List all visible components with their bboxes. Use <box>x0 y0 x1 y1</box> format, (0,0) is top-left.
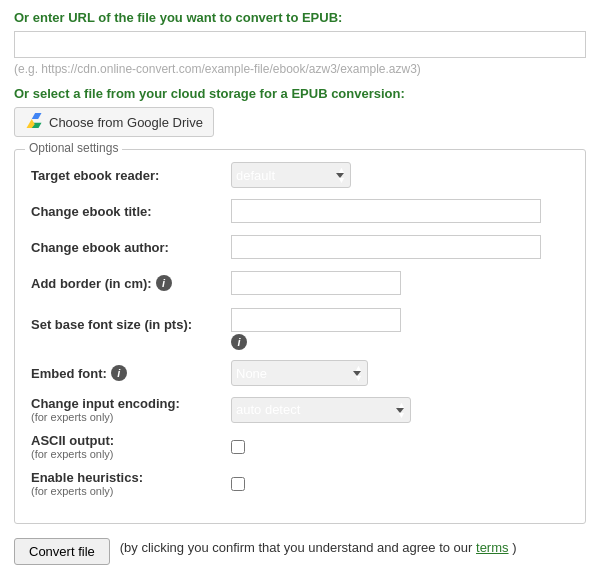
add-border-info-icon[interactable]: i <box>156 275 172 291</box>
heuristics-checkbox[interactable] <box>231 477 245 491</box>
optional-settings-panel: Optional settings Target ebook reader: d… <box>14 149 586 524</box>
change-author-row: Change ebook author: <box>31 234 569 260</box>
add-border-row: Add border (in cm): i <box>31 270 569 296</box>
footer-close: ) <box>512 540 516 555</box>
footer-text-content: (by clicking you confirm that you unders… <box>120 540 473 555</box>
embed-font-select-wrapper: None Arial Times New Roman ▲ ▼ <box>231 360 368 386</box>
embed-font-info-icon[interactable]: i <box>111 365 127 381</box>
ascii-row: ASCII output: (for experts only) <box>31 433 569 460</box>
change-title-input[interactable] <box>231 199 541 223</box>
add-border-input[interactable] <box>231 271 401 295</box>
ascii-checkbox[interactable] <box>231 440 245 454</box>
url-section-label: Or enter URL of the file you want to con… <box>14 10 586 25</box>
target-reader-label: Target ebook reader: <box>31 168 159 183</box>
encoding-row: Change input encoding: (for experts only… <box>31 396 569 423</box>
change-title-label: Change ebook title: <box>31 204 152 219</box>
base-font-input[interactable] <box>231 308 401 332</box>
cloud-section-label: Or select a file from your cloud storage… <box>14 86 586 101</box>
base-font-info-icon[interactable]: i <box>231 334 247 350</box>
target-reader-select-wrapper: default Kindle Nook Sony Reader iPad ▲ ▼ <box>231 162 351 188</box>
encoding-experts-label: (for experts only) <box>31 411 114 423</box>
cloud-section: Or select a file from your cloud storage… <box>14 86 586 137</box>
heuristics-label: Enable heuristics: <box>31 470 143 485</box>
optional-settings-legend: Optional settings <box>25 141 122 155</box>
change-title-row: Change ebook title: <box>31 198 569 224</box>
ascii-experts-label: (for experts only) <box>31 448 114 460</box>
encoding-select[interactable]: auto detect UTF-8 ASCII ISO-8859-1 <box>231 397 411 423</box>
embed-font-label: Embed font: <box>31 366 107 381</box>
target-reader-row: Target ebook reader: default Kindle Nook… <box>31 162 569 188</box>
google-drive-button[interactable]: Choose from Google Drive <box>14 107 214 137</box>
add-border-label: Add border (in cm): <box>31 276 152 291</box>
google-drive-icon <box>25 113 43 131</box>
base-font-label: Set base font size (in pts): <box>31 317 192 332</box>
convert-button[interactable]: Convert file <box>14 538 110 565</box>
embed-font-row: Embed font: i None Arial Times New Roman… <box>31 360 569 386</box>
url-section: Or enter URL of the file you want to con… <box>14 10 586 76</box>
footer-text: (by clicking you confirm that you unders… <box>120 538 517 558</box>
url-placeholder: (e.g. https://cdn.online-convert.com/exa… <box>14 62 586 76</box>
encoding-select-wrapper: auto detect UTF-8 ASCII ISO-8859-1 ▲ ▼ <box>231 397 411 423</box>
encoding-label: Change input encoding: <box>31 396 180 411</box>
change-author-label: Change ebook author: <box>31 240 169 255</box>
footer-row: Convert file (by clicking you confirm th… <box>14 538 586 565</box>
ascii-label: ASCII output: <box>31 433 114 448</box>
heuristics-experts-label: (for experts only) <box>31 485 114 497</box>
embed-font-select[interactable]: None Arial Times New Roman <box>231 360 368 386</box>
gdrive-button-label: Choose from Google Drive <box>49 115 203 130</box>
target-reader-select[interactable]: default Kindle Nook Sony Reader iPad <box>231 162 351 188</box>
terms-link[interactable]: terms <box>476 540 509 555</box>
change-author-input[interactable] <box>231 235 541 259</box>
url-input[interactable] <box>14 31 586 58</box>
base-font-row: Set base font size (in pts): i <box>31 306 569 350</box>
heuristics-row: Enable heuristics: (for experts only) <box>31 470 569 497</box>
